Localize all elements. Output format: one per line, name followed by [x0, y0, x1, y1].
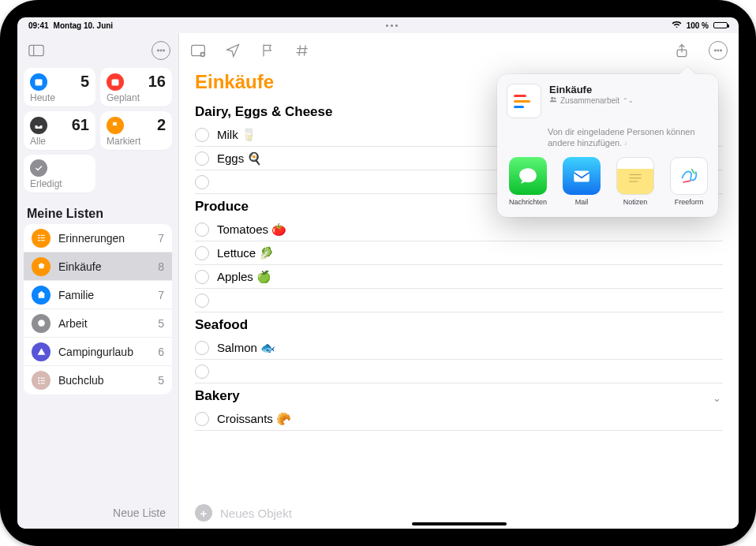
list-icon	[32, 286, 51, 305]
smartlist-alle-label: Alle	[30, 136, 89, 147]
sidebar-list-familie[interactable]: Familie7	[24, 281, 172, 309]
reminder-item[interactable]: Salmon 🐟	[195, 336, 723, 360]
chevron-up-down-icon: ⌃⌄	[623, 97, 634, 104]
share-app-msg[interactable]: Nachrichten	[505, 157, 551, 206]
freeform-app-icon	[670, 157, 708, 195]
smartlist-markiert-count: 2	[157, 116, 166, 134]
smartlist-erledigt[interactable]: Erledigt	[24, 155, 95, 193]
reminder-checkbox[interactable]	[195, 128, 209, 142]
toggle-sidebar-button[interactable]	[25, 39, 47, 62]
smartlist-geplant[interactable]: 16 Geplant	[100, 68, 172, 107]
reminder-item[interactable]: Lettuce 🥬	[195, 241, 723, 265]
list-icon	[32, 342, 51, 361]
sidebar-list-arbeit[interactable]: Arbeit5	[24, 309, 172, 338]
multitask-dots-icon[interactable]	[386, 24, 398, 27]
reminder-item[interactable]	[195, 360, 723, 383]
smartlist-markiert[interactable]: 2 Markiert	[100, 111, 172, 150]
reminder-checkbox[interactable]	[195, 246, 209, 260]
sidebar-list-campingurlaub[interactable]: Campingurlaub6	[24, 338, 172, 366]
share-app-freeform[interactable]: Freeform	[666, 157, 710, 206]
notes-app-icon	[616, 157, 654, 195]
svg-rect-6	[36, 79, 43, 81]
hashtag-icon[interactable]	[294, 43, 310, 58]
sidebar-list-erinnerungen[interactable]: Erinnerungen7	[24, 224, 172, 252]
smartlist-erledigt-label: Erledigt	[30, 178, 89, 189]
svg-point-26	[720, 50, 722, 51]
svg-point-3	[160, 50, 162, 51]
list-more-button[interactable]	[709, 41, 728, 60]
sidebar-list-buchclub[interactable]: Buchclub5	[24, 366, 172, 395]
share-mode-selector[interactable]: Zusammenarbeit ⌃⌄	[549, 95, 709, 105]
reminder-checkbox[interactable]	[195, 412, 209, 426]
home-indicator[interactable]	[412, 522, 507, 525]
checkmark-icon	[30, 159, 47, 177]
section-title: Bakery	[195, 388, 240, 407]
sidebar-list-einkäufe[interactable]: Einkäufe8	[24, 252, 172, 281]
new-reminder-toolbar-icon[interactable]	[190, 43, 206, 58]
list-count: 5	[158, 374, 164, 387]
status-time: 09:41	[28, 21, 49, 30]
list-count: 6	[158, 346, 164, 358]
reminder-checkbox[interactable]	[195, 341, 209, 355]
share-app-label: Notizen	[612, 198, 658, 206]
reminder-item[interactable]: Apples 🍏	[195, 265, 723, 289]
wifi-icon	[672, 21, 682, 30]
svg-rect-30	[629, 174, 641, 174]
list-count: 5	[158, 317, 164, 330]
share-title: Einkäufe	[549, 84, 709, 95]
chevron-down-icon[interactable]: ⌄	[713, 392, 721, 404]
list-icon	[32, 371, 51, 390]
reminder-checkbox[interactable]	[195, 365, 209, 379]
section-title: Seafood	[195, 317, 248, 336]
svg-rect-31	[629, 178, 641, 178]
smartlist-heute[interactable]: 5 Heute	[24, 68, 95, 107]
svg-point-12	[38, 240, 39, 241]
calendar-icon	[107, 73, 124, 91]
svg-point-2	[158, 50, 159, 51]
reminder-text: Salmon 🐟	[217, 341, 275, 355]
svg-point-28	[554, 98, 556, 100]
share-app-label: Nachrichten	[505, 198, 551, 206]
collaborate-icon	[549, 95, 557, 105]
section-title: Dairy, Eggs & Cheese	[195, 104, 332, 123]
neues-objekt-button[interactable]: Neues Objekt	[220, 507, 292, 520]
reminder-item[interactable]	[195, 289, 723, 312]
flag-toolbar-icon[interactable]	[260, 43, 275, 58]
svg-point-19	[38, 382, 39, 383]
smartlist-alle[interactable]: 61 Alle	[24, 111, 95, 150]
share-app-label: Mail	[559, 198, 604, 206]
sidebar-more-button[interactable]	[152, 41, 170, 60]
section-bakery: Bakery⌄Croissants 🥐	[179, 383, 739, 431]
reminder-text: Milk 🥛	[217, 128, 256, 142]
svg-rect-13	[40, 240, 44, 241]
neue-liste-button[interactable]: Neue Liste	[113, 507, 166, 519]
location-share-icon[interactable]	[225, 43, 241, 58]
add-reminder-icon[interactable]: +	[195, 504, 212, 522]
svg-point-15	[38, 377, 39, 379]
reminder-item[interactable]: Croissants 🥐	[195, 407, 723, 431]
share-app-label: Freeform	[666, 198, 710, 206]
svg-point-17	[38, 380, 39, 381]
reminder-checkbox[interactable]	[195, 151, 209, 166]
svg-point-10	[38, 237, 39, 238]
svg-rect-9	[40, 235, 44, 236]
share-app-notes[interactable]: Notizen	[612, 157, 658, 206]
reminder-item[interactable]: Tomatoes 🍅	[195, 218, 723, 241]
list-count: 8	[158, 260, 164, 273]
reminder-checkbox[interactable]	[195, 175, 209, 189]
svg-point-4	[163, 50, 165, 51]
share-app-mail[interactable]: Mail	[559, 157, 604, 206]
mail-app-icon	[563, 157, 601, 195]
svg-rect-32	[629, 181, 638, 181]
reminder-checkbox[interactable]	[195, 223, 209, 237]
list-icon	[32, 314, 51, 333]
msg-app-icon	[509, 157, 547, 195]
battery-pct: 100 %	[687, 21, 709, 30]
reminder-checkbox[interactable]	[195, 294, 209, 308]
reminder-checkbox[interactable]	[195, 270, 209, 284]
status-bar: 09:41 Montag 10. Juni 100 %	[17, 17, 739, 33]
share-button[interactable]	[674, 43, 690, 58]
battery-icon	[713, 22, 728, 28]
share-popover: Einkäufe Zusammenarbeit ⌃⌄ Von dir einge…	[497, 74, 718, 217]
share-permissions-note[interactable]: Von dir eingeladene Personen können ande…	[505, 125, 710, 157]
